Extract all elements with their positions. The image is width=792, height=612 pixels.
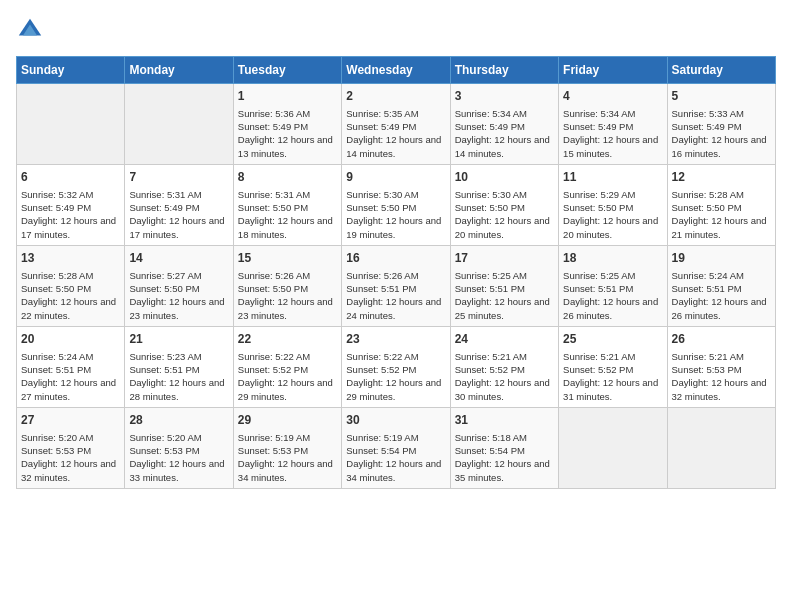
calendar-cell: 24Sunrise: 5:21 AMSunset: 5:52 PMDayligh…: [450, 326, 558, 407]
day-number: 22: [238, 331, 337, 348]
day-number: 3: [455, 88, 554, 105]
calendar-cell: 27Sunrise: 5:20 AMSunset: 5:53 PMDayligh…: [17, 407, 125, 488]
day-number: 23: [346, 331, 445, 348]
day-info: Sunrise: 5:31 AMSunset: 5:49 PMDaylight:…: [129, 188, 228, 241]
calendar-cell: 17Sunrise: 5:25 AMSunset: 5:51 PMDayligh…: [450, 245, 558, 326]
day-number: 10: [455, 169, 554, 186]
calendar-cell: 8Sunrise: 5:31 AMSunset: 5:50 PMDaylight…: [233, 164, 341, 245]
page-header: [16, 16, 776, 44]
calendar-cell: 13Sunrise: 5:28 AMSunset: 5:50 PMDayligh…: [17, 245, 125, 326]
calendar-cell: 31Sunrise: 5:18 AMSunset: 5:54 PMDayligh…: [450, 407, 558, 488]
day-number: 24: [455, 331, 554, 348]
logo: [16, 16, 48, 44]
day-number: 17: [455, 250, 554, 267]
calendar-cell: 22Sunrise: 5:22 AMSunset: 5:52 PMDayligh…: [233, 326, 341, 407]
day-info: Sunrise: 5:31 AMSunset: 5:50 PMDaylight:…: [238, 188, 337, 241]
weekday-header: Sunday: [17, 57, 125, 84]
day-number: 29: [238, 412, 337, 429]
calendar-cell: 30Sunrise: 5:19 AMSunset: 5:54 PMDayligh…: [342, 407, 450, 488]
calendar-cell: 2Sunrise: 5:35 AMSunset: 5:49 PMDaylight…: [342, 84, 450, 165]
day-number: 7: [129, 169, 228, 186]
weekday-header: Thursday: [450, 57, 558, 84]
day-number: 19: [672, 250, 771, 267]
calendar-cell: 29Sunrise: 5:19 AMSunset: 5:53 PMDayligh…: [233, 407, 341, 488]
day-info: Sunrise: 5:33 AMSunset: 5:49 PMDaylight:…: [672, 107, 771, 160]
day-number: 30: [346, 412, 445, 429]
calendar-cell: 1Sunrise: 5:36 AMSunset: 5:49 PMDaylight…: [233, 84, 341, 165]
day-info: Sunrise: 5:19 AMSunset: 5:53 PMDaylight:…: [238, 431, 337, 484]
weekday-header: Saturday: [667, 57, 775, 84]
day-info: Sunrise: 5:26 AMSunset: 5:51 PMDaylight:…: [346, 269, 445, 322]
day-info: Sunrise: 5:29 AMSunset: 5:50 PMDaylight:…: [563, 188, 662, 241]
day-info: Sunrise: 5:34 AMSunset: 5:49 PMDaylight:…: [563, 107, 662, 160]
day-number: 11: [563, 169, 662, 186]
day-number: 27: [21, 412, 120, 429]
day-number: 16: [346, 250, 445, 267]
day-info: Sunrise: 5:25 AMSunset: 5:51 PMDaylight:…: [455, 269, 554, 322]
calendar-cell: 21Sunrise: 5:23 AMSunset: 5:51 PMDayligh…: [125, 326, 233, 407]
day-info: Sunrise: 5:21 AMSunset: 5:53 PMDaylight:…: [672, 350, 771, 403]
calendar-cell: 6Sunrise: 5:32 AMSunset: 5:49 PMDaylight…: [17, 164, 125, 245]
logo-icon: [16, 16, 44, 44]
calendar-week-row: 6Sunrise: 5:32 AMSunset: 5:49 PMDaylight…: [17, 164, 776, 245]
calendar-cell: [667, 407, 775, 488]
calendar-cell: [125, 84, 233, 165]
calendar-cell: 14Sunrise: 5:27 AMSunset: 5:50 PMDayligh…: [125, 245, 233, 326]
calendar-week-row: 27Sunrise: 5:20 AMSunset: 5:53 PMDayligh…: [17, 407, 776, 488]
day-number: 18: [563, 250, 662, 267]
calendar-cell: 26Sunrise: 5:21 AMSunset: 5:53 PMDayligh…: [667, 326, 775, 407]
day-info: Sunrise: 5:34 AMSunset: 5:49 PMDaylight:…: [455, 107, 554, 160]
calendar-week-row: 20Sunrise: 5:24 AMSunset: 5:51 PMDayligh…: [17, 326, 776, 407]
day-number: 25: [563, 331, 662, 348]
calendar-cell: [17, 84, 125, 165]
calendar-cell: 3Sunrise: 5:34 AMSunset: 5:49 PMDaylight…: [450, 84, 558, 165]
weekday-header: Friday: [559, 57, 667, 84]
day-number: 8: [238, 169, 337, 186]
weekday-header: Monday: [125, 57, 233, 84]
day-number: 14: [129, 250, 228, 267]
day-number: 12: [672, 169, 771, 186]
day-info: Sunrise: 5:30 AMSunset: 5:50 PMDaylight:…: [346, 188, 445, 241]
day-number: 1: [238, 88, 337, 105]
day-number: 21: [129, 331, 228, 348]
day-info: Sunrise: 5:19 AMSunset: 5:54 PMDaylight:…: [346, 431, 445, 484]
weekday-header: Wednesday: [342, 57, 450, 84]
calendar-cell: [559, 407, 667, 488]
day-info: Sunrise: 5:25 AMSunset: 5:51 PMDaylight:…: [563, 269, 662, 322]
day-info: Sunrise: 5:22 AMSunset: 5:52 PMDaylight:…: [346, 350, 445, 403]
day-info: Sunrise: 5:32 AMSunset: 5:49 PMDaylight:…: [21, 188, 120, 241]
calendar-cell: 25Sunrise: 5:21 AMSunset: 5:52 PMDayligh…: [559, 326, 667, 407]
day-number: 28: [129, 412, 228, 429]
weekday-header-row: SundayMondayTuesdayWednesdayThursdayFrid…: [17, 57, 776, 84]
day-number: 20: [21, 331, 120, 348]
calendar-cell: 28Sunrise: 5:20 AMSunset: 5:53 PMDayligh…: [125, 407, 233, 488]
calendar-cell: 7Sunrise: 5:31 AMSunset: 5:49 PMDaylight…: [125, 164, 233, 245]
calendar-cell: 10Sunrise: 5:30 AMSunset: 5:50 PMDayligh…: [450, 164, 558, 245]
day-info: Sunrise: 5:21 AMSunset: 5:52 PMDaylight:…: [455, 350, 554, 403]
day-info: Sunrise: 5:30 AMSunset: 5:50 PMDaylight:…: [455, 188, 554, 241]
day-info: Sunrise: 5:27 AMSunset: 5:50 PMDaylight:…: [129, 269, 228, 322]
day-number: 13: [21, 250, 120, 267]
day-info: Sunrise: 5:24 AMSunset: 5:51 PMDaylight:…: [672, 269, 771, 322]
day-info: Sunrise: 5:26 AMSunset: 5:50 PMDaylight:…: [238, 269, 337, 322]
calendar-cell: 5Sunrise: 5:33 AMSunset: 5:49 PMDaylight…: [667, 84, 775, 165]
calendar-cell: 20Sunrise: 5:24 AMSunset: 5:51 PMDayligh…: [17, 326, 125, 407]
calendar-cell: 11Sunrise: 5:29 AMSunset: 5:50 PMDayligh…: [559, 164, 667, 245]
day-info: Sunrise: 5:36 AMSunset: 5:49 PMDaylight:…: [238, 107, 337, 160]
calendar-table: SundayMondayTuesdayWednesdayThursdayFrid…: [16, 56, 776, 489]
calendar-cell: 12Sunrise: 5:28 AMSunset: 5:50 PMDayligh…: [667, 164, 775, 245]
day-number: 6: [21, 169, 120, 186]
day-number: 5: [672, 88, 771, 105]
day-number: 26: [672, 331, 771, 348]
day-info: Sunrise: 5:22 AMSunset: 5:52 PMDaylight:…: [238, 350, 337, 403]
calendar-cell: 4Sunrise: 5:34 AMSunset: 5:49 PMDaylight…: [559, 84, 667, 165]
day-number: 2: [346, 88, 445, 105]
day-number: 9: [346, 169, 445, 186]
day-number: 15: [238, 250, 337, 267]
day-info: Sunrise: 5:28 AMSunset: 5:50 PMDaylight:…: [672, 188, 771, 241]
calendar-week-row: 13Sunrise: 5:28 AMSunset: 5:50 PMDayligh…: [17, 245, 776, 326]
day-info: Sunrise: 5:18 AMSunset: 5:54 PMDaylight:…: [455, 431, 554, 484]
calendar-cell: 23Sunrise: 5:22 AMSunset: 5:52 PMDayligh…: [342, 326, 450, 407]
day-number: 31: [455, 412, 554, 429]
day-info: Sunrise: 5:35 AMSunset: 5:49 PMDaylight:…: [346, 107, 445, 160]
